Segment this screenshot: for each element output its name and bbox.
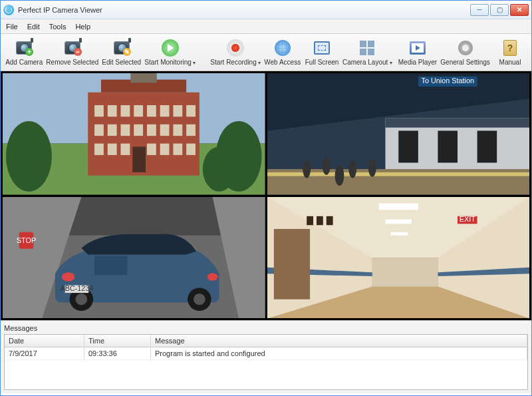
svg-rect-8 xyxy=(134,105,143,116)
col-header-time[interactable]: Time xyxy=(84,335,151,347)
globe-icon xyxy=(273,39,292,57)
svg-rect-15 xyxy=(121,124,130,136)
media-player-label: Media Player xyxy=(398,59,437,66)
messages-table[interactable]: Date Time Message 7/9/2017 09:33:36 Prog… xyxy=(4,334,528,390)
svg-rect-12 xyxy=(186,105,196,116)
svg-point-45 xyxy=(334,165,344,186)
svg-point-44 xyxy=(368,159,376,177)
manual-button[interactable]: Manual xyxy=(493,35,527,70)
table-row[interactable]: 7/9/2017 09:33:36 Program is started and… xyxy=(5,347,527,360)
minimize-button[interactable]: ─ xyxy=(470,4,489,16)
menu-help[interactable]: Help xyxy=(75,23,90,31)
start-monitoring-button[interactable]: Start Monitoring xyxy=(144,35,196,70)
svg-rect-22 xyxy=(108,144,117,155)
svg-point-60 xyxy=(207,273,218,281)
svg-point-56 xyxy=(75,294,87,305)
media-player-button[interactable]: Media Player xyxy=(398,35,438,70)
full-screen-button[interactable]: Full Screen xyxy=(304,35,339,70)
svg-text:EXIT: EXIT xyxy=(459,215,475,223)
svg-rect-77 xyxy=(307,216,313,224)
svg-rect-20 xyxy=(186,124,196,136)
svg-rect-26 xyxy=(173,144,182,155)
web-access-label: Web Access xyxy=(264,59,301,66)
menu-file[interactable]: File xyxy=(6,23,18,31)
menu-tools[interactable]: Tools xyxy=(49,23,66,31)
fullscreen-icon xyxy=(313,39,331,57)
gear-icon xyxy=(456,39,475,57)
camera-layout-button[interactable]: Camera Layout xyxy=(342,35,392,70)
camera-feed-2[interactable]: To Union Station xyxy=(267,73,530,195)
web-access-button[interactable]: Web Access xyxy=(263,35,301,70)
svg-point-41 xyxy=(303,160,311,178)
svg-point-58 xyxy=(194,294,205,305)
edit-selected-button[interactable]: ✎ Edit Selected xyxy=(101,35,142,70)
close-button[interactable]: ✕ xyxy=(510,4,529,16)
svg-point-59 xyxy=(62,272,75,281)
camera-feed-4[interactable]: EXIT xyxy=(267,197,530,319)
grid-icon xyxy=(358,39,376,57)
svg-rect-28 xyxy=(132,146,146,172)
svg-rect-5 xyxy=(94,105,104,116)
svg-rect-4 xyxy=(130,73,156,83)
cell-message: Program is started and configured xyxy=(151,347,527,359)
col-header-message[interactable]: Message xyxy=(151,335,527,347)
start-monitoring-label: Start Monitoring xyxy=(144,59,196,66)
start-recording-label: Start Recording xyxy=(210,59,261,66)
cell-time: 09:33:36 xyxy=(84,347,151,359)
svg-rect-21 xyxy=(94,144,104,155)
book-icon xyxy=(501,39,519,57)
svg-text:STOP: STOP xyxy=(17,236,36,244)
remove-selected-label: Remove Selected xyxy=(46,59,98,66)
svg-rect-27 xyxy=(186,144,196,155)
svg-rect-11 xyxy=(173,105,182,116)
svg-rect-7 xyxy=(121,105,130,116)
title-bar: Perfect IP Camera Viewer ─ ▢ ✕ xyxy=(1,1,531,19)
app-icon xyxy=(3,5,14,15)
play-icon xyxy=(161,39,180,57)
add-camera-label: Add Camera xyxy=(5,59,43,66)
camera-add-icon: + xyxy=(15,39,33,57)
camera-grid: To Union Station STOP ABC-1234 xyxy=(1,71,531,320)
svg-point-42 xyxy=(322,157,330,175)
svg-rect-10 xyxy=(160,105,170,116)
messages-panel: Messages Date Time Message 7/9/2017 09:3… xyxy=(1,320,531,393)
svg-rect-71 xyxy=(273,229,309,299)
svg-rect-13 xyxy=(94,124,104,136)
svg-rect-9 xyxy=(147,105,156,116)
record-icon xyxy=(226,39,245,57)
messages-header-row: Date Time Message xyxy=(5,335,527,347)
camera-remove-icon: − xyxy=(63,39,82,57)
full-screen-label: Full Screen xyxy=(305,59,339,66)
svg-point-31 xyxy=(203,146,235,191)
svg-rect-79 xyxy=(326,216,332,224)
svg-text:ABC-1234: ABC-1234 xyxy=(60,284,93,292)
general-settings-button[interactable]: General Settings xyxy=(440,35,490,70)
general-settings-label: General Settings xyxy=(440,59,490,66)
remove-selected-button[interactable]: − Remove Selected xyxy=(46,35,98,70)
media-player-icon xyxy=(408,39,427,57)
svg-point-43 xyxy=(348,160,356,178)
svg-rect-24 xyxy=(147,144,156,155)
svg-rect-54 xyxy=(94,256,127,275)
cell-date: 7/9/2017 xyxy=(5,347,84,359)
col-header-date[interactable]: Date xyxy=(5,335,84,347)
edit-selected-label: Edit Selected xyxy=(102,59,141,66)
svg-rect-17 xyxy=(147,124,156,136)
camera-feed-1[interactable] xyxy=(3,73,265,195)
add-camera-button[interactable]: + Add Camera xyxy=(5,35,43,70)
start-recording-button[interactable]: Start Recording xyxy=(210,35,261,70)
maximize-button[interactable]: ▢ xyxy=(490,4,509,16)
svg-rect-19 xyxy=(173,124,182,136)
toolbar: + Add Camera − Remove Selected ✎ Edit Se… xyxy=(1,34,531,71)
svg-rect-73 xyxy=(385,219,411,224)
svg-rect-37 xyxy=(438,130,458,162)
manual-label: Manual xyxy=(499,59,521,66)
menu-edit[interactable]: Edit xyxy=(27,23,40,31)
svg-point-29 xyxy=(6,121,52,192)
camera-feed-3[interactable]: STOP ABC-1234 xyxy=(3,197,265,319)
svg-rect-72 xyxy=(378,203,418,210)
svg-rect-25 xyxy=(160,144,170,155)
svg-rect-16 xyxy=(134,124,143,136)
svg-rect-14 xyxy=(108,124,117,136)
svg-rect-18 xyxy=(160,124,170,136)
